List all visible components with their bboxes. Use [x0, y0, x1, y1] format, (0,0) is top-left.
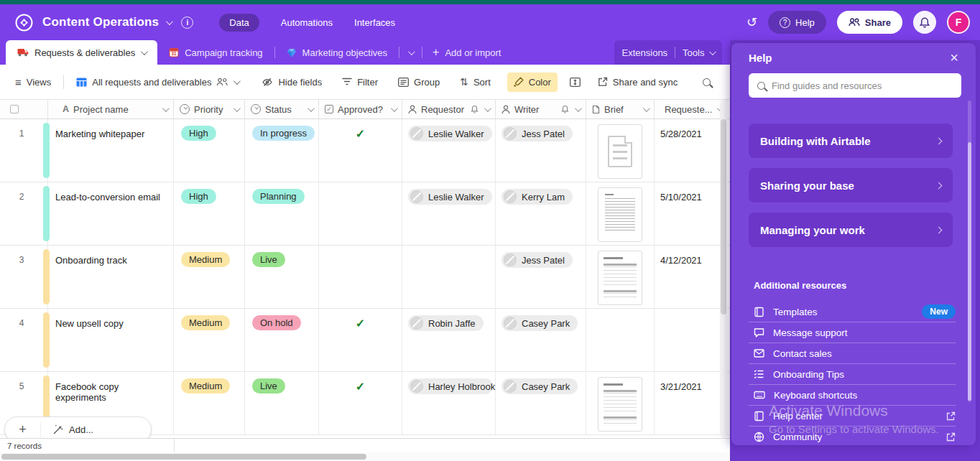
row-number-cell[interactable]: 1: [0, 119, 48, 182]
nav-tab-automations[interactable]: Automations: [281, 17, 333, 28]
column-header-requested[interactable]: 31 Requeste...: [655, 100, 727, 118]
cell-requestor[interactable]: Leslie Walker: [402, 182, 496, 245]
column-header-status[interactable]: Status: [245, 100, 319, 118]
cell-status[interactable]: Live: [245, 372, 319, 434]
base-title-chevron-down-icon[interactable]: [166, 18, 173, 25]
collaborator-chip[interactable]: Leslie Walker: [408, 126, 492, 141]
group-button[interactable]: Group: [392, 73, 446, 92]
help-resource-item[interactable]: Onboarding Tips: [749, 364, 956, 385]
help-resource-item[interactable]: Community: [749, 427, 956, 445]
brief-attachment-thumbnail[interactable]: [598, 251, 642, 305]
help-search-box[interactable]: [749, 73, 961, 98]
notifications-button[interactable]: [913, 11, 936, 34]
collaborator-chip[interactable]: Leslie Walker: [408, 189, 492, 205]
help-card-building[interactable]: Building with Airtable: [749, 124, 953, 158]
cell-writer[interactable]: Jess Patel: [496, 246, 586, 308]
tab-campaign-tracking[interactable]: 31 Campaign tracking: [157, 40, 274, 65]
help-card-managing[interactable]: Managing your work: [749, 213, 953, 247]
cell-requested-date[interactable]: 4/12/2021: [655, 246, 727, 308]
share-button[interactable]: Share: [837, 11, 902, 34]
cell-requestor[interactable]: Leslie Walker: [402, 119, 496, 182]
cell-requested-date[interactable]: [655, 309, 727, 371]
cell-writer[interactable]: Casey Park: [496, 372, 586, 434]
cell-requestor[interactable]: Harley Holbrook: [402, 372, 496, 434]
column-header-brief[interactable]: Brief: [586, 100, 655, 118]
cell-requestor[interactable]: Robin Jaffe: [402, 309, 496, 371]
cell-status[interactable]: Planning: [245, 182, 319, 245]
tab-marketing-objectives[interactable]: Marketing objectives: [275, 40, 399, 65]
column-header-writer[interactable]: Writer: [496, 100, 586, 118]
base-info-icon[interactable]: i: [181, 17, 193, 29]
row-number-cell[interactable]: 4: [0, 309, 48, 371]
extensions-button[interactable]: Extensions: [622, 47, 668, 58]
cell-status[interactable]: On hold: [245, 309, 319, 371]
hide-fields-button[interactable]: Hide fields: [255, 73, 328, 92]
share-and-sync-button[interactable]: Share and sync: [591, 73, 684, 92]
column-header-approved[interactable]: ✓ Approved?: [319, 100, 402, 118]
row-number-cell[interactable]: 3: [0, 246, 48, 308]
cell-writer[interactable]: Kerry Lam: [496, 182, 586, 245]
cell-priority[interactable]: High: [174, 119, 245, 182]
help-search-input[interactable]: [772, 80, 953, 91]
help-resource-item[interactable]: TemplatesNew: [749, 302, 956, 322]
color-button[interactable]: Color: [507, 73, 558, 92]
help-resource-item[interactable]: Keyboard shortcuts: [749, 385, 956, 406]
cell-status[interactable]: Live: [245, 246, 319, 308]
cell-brief[interactable]: [586, 182, 655, 245]
header-select-all[interactable]: [0, 100, 48, 118]
base-title[interactable]: Content Operations: [42, 15, 159, 29]
cell-project-name[interactable]: Onboarding track: [48, 246, 174, 308]
column-chevron-down-icon[interactable]: [575, 105, 582, 112]
scrollbar-thumb[interactable]: [1, 454, 366, 460]
tools-button[interactable]: Tools: [683, 47, 714, 58]
column-header-requestor[interactable]: Requestor: [402, 100, 496, 118]
brief-attachment-thumbnail[interactable]: [598, 187, 642, 242]
collaborator-chip[interactable]: Casey Park: [501, 315, 578, 331]
collaborator-chip[interactable]: Robin Jaffe: [408, 315, 484, 331]
help-card-sharing[interactable]: Sharing your base: [749, 168, 953, 202]
base-logo-icon[interactable]: [14, 13, 34, 32]
row-height-button[interactable]: [563, 73, 587, 91]
cell-writer[interactable]: Jess Patel: [496, 119, 586, 182]
checkbox-icon[interactable]: [10, 105, 19, 113]
scrollbar-thumb[interactable]: [968, 142, 971, 401]
nav-tab-data[interactable]: Data: [219, 14, 259, 32]
cell-project-name[interactable]: Lead-to-conversion email: [48, 182, 174, 245]
brief-attachment-thumbnail[interactable]: [598, 124, 642, 179]
cell-status[interactable]: In progress: [245, 119, 319, 182]
sort-button[interactable]: ⇅ Sort: [453, 72, 497, 92]
cell-requested-date[interactable]: 3/21/2021: [655, 372, 727, 434]
add-record-button[interactable]: +: [5, 422, 41, 437]
help-resource-item[interactable]: Contact sales: [749, 343, 956, 364]
tab-requests-deliverables[interactable]: Requests & deliverables: [6, 40, 157, 65]
cell-requested-date[interactable]: 5/28/2021: [655, 119, 727, 182]
current-view-button[interactable]: All requests and deliverables: [70, 73, 245, 92]
row-number-cell[interactable]: 2: [0, 182, 48, 245]
filter-button[interactable]: Filter: [336, 73, 384, 92]
cell-requested-date[interactable]: 5/10/2021: [655, 182, 727, 245]
cell-approved[interactable]: [319, 182, 402, 245]
cell-brief[interactable]: [586, 309, 655, 371]
cell-project-name[interactable]: Marketing whitepaper: [48, 119, 174, 182]
column-header-priority[interactable]: Priority: [174, 100, 245, 118]
column-chevron-down-icon[interactable]: [162, 105, 170, 112]
cell-approved[interactable]: ✓: [319, 119, 402, 182]
close-icon[interactable]: ×: [947, 47, 961, 67]
help-resource-item[interactable]: Message support: [749, 322, 956, 343]
column-chevron-down-icon[interactable]: [484, 105, 491, 112]
grid-horizontal-scrollbar[interactable]: [0, 452, 730, 461]
cell-priority[interactable]: Medium: [174, 246, 245, 308]
brief-attachment-thumbnail[interactable]: [598, 377, 642, 432]
cell-approved[interactable]: ✓: [319, 309, 402, 371]
column-header-project-name[interactable]: A Project name: [48, 100, 174, 118]
views-toggle-button[interactable]: ≡ Views: [9, 72, 57, 93]
user-avatar[interactable]: F: [947, 11, 970, 34]
collaborator-chip[interactable]: Kerry Lam: [501, 189, 573, 205]
help-resource-item[interactable]: Help center: [749, 406, 956, 427]
help-panel-scrollbar[interactable]: [968, 101, 971, 402]
collaborator-chip[interactable]: Jess Patel: [501, 252, 573, 268]
column-chevron-down-icon[interactable]: [391, 105, 398, 112]
add-or-import-button[interactable]: + Add or import: [422, 40, 511, 65]
cell-approved[interactable]: [319, 246, 402, 308]
column-chevron-down-icon[interactable]: [643, 105, 650, 112]
